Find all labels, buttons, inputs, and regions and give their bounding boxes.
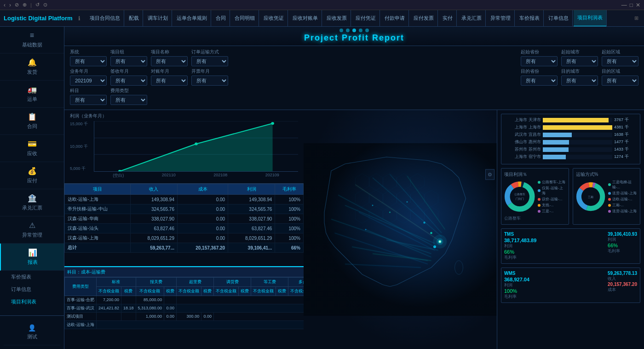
cell-profit-2: 324,565.76 xyxy=(228,204,275,214)
bar-label-6: 上海市 宿宁市 xyxy=(504,154,541,160)
filter-invoice-month-select[interactable]: 所有 xyxy=(191,76,228,86)
nav-item-contract[interactable]: 合同 xyxy=(212,10,230,27)
viz-area: 利润（业务年月） 15,000 千 10,000 千 5,000 千 xyxy=(64,110,644,349)
filter-system-select[interactable]: 所有 xyxy=(70,56,107,66)
nav-item-order-rules[interactable]: 运单合单规则 xyxy=(173,10,211,27)
filter-origin-city-select[interactable]: 所有 xyxy=(561,56,598,66)
cost-sub-tax1: 不含税金额 xyxy=(97,286,121,296)
svg-marker-3 xyxy=(120,123,272,171)
nav-item-dispatch[interactable]: 调车计划 xyxy=(144,10,172,27)
bar-fill-6 xyxy=(543,155,566,159)
minimize-btn[interactable]: — xyxy=(621,2,627,8)
bookmark-icon[interactable]: ⊘ xyxy=(15,2,19,8)
nav-item-ar-invoice[interactable]: 应收发票 xyxy=(323,10,351,27)
nav-item-contract-detail[interactable]: 合同明细 xyxy=(231,10,259,27)
cost-customs-pretax-1: 85,000.00 xyxy=(136,296,164,304)
bar-track-4 xyxy=(543,140,612,145)
legend-item-2: 仅装-运输-上海 xyxy=(538,186,565,196)
filter-project-name-select[interactable]: 所有 xyxy=(151,56,188,66)
nav-item-ap-voucher[interactable]: 应付凭证 xyxy=(352,10,380,27)
bar-track-3 xyxy=(543,133,612,137)
filter-origin-province-label: 起始省份 xyxy=(521,49,558,55)
legend-label-2: 仅装-运输-上海 xyxy=(542,186,565,196)
bar-row-6: 上海市 宿宁市 1274 千 xyxy=(504,154,637,160)
nav-item-pz[interactable]: 配载 xyxy=(125,10,143,27)
sidebar-label-receivable: 应收 xyxy=(27,150,37,157)
pin-icon[interactable]: ⊕ xyxy=(23,2,27,8)
sidebar-label-user: 测试 xyxy=(27,333,37,340)
nav-item-payment[interactable]: 付款申请 xyxy=(381,10,409,27)
window-titlebar: ‹ › ⊘ ⊕ | ↺ ⊙ — □ ✕ xyxy=(0,0,644,10)
sidebar-item-receivable[interactable]: 💳 应收 xyxy=(0,135,64,162)
filter-dest-city-select[interactable]: 所有 xyxy=(561,76,598,86)
profit-chart-svg xyxy=(94,121,298,171)
filter-order-type-select[interactable]: 所有 xyxy=(191,56,228,66)
filter-recon-month-select[interactable]: 所有 xyxy=(151,76,188,86)
nav-item-ap-invoice[interactable]: 应付发票 xyxy=(410,10,438,27)
cell-cost-4: 0.00 xyxy=(177,224,228,233)
sidebar-item-waybill[interactable]: 🚛 运单 xyxy=(0,81,64,108)
sidebar-item-payable[interactable]: 💰 应付 xyxy=(0,162,64,189)
sidebar-item-user[interactable]: 👤 测试 xyxy=(4,320,60,345)
nav-expand-icon[interactable]: ⊞ xyxy=(632,15,640,21)
legend-label-r4: 三厢-... xyxy=(612,203,624,208)
bar-value-4: 1477 千 xyxy=(614,139,637,145)
bar-track-6 xyxy=(543,155,612,159)
cell-revenue-2: 324,565.76 xyxy=(130,204,177,214)
filter-subject-select[interactable]: 所有 xyxy=(70,95,107,105)
cost-over-tax-3: 0.00 xyxy=(201,312,214,320)
nav-item-actual-payment[interactable]: 实付 xyxy=(439,10,457,27)
nav-item-acceptance[interactable]: 承兑汇票 xyxy=(458,10,486,27)
filter-project-group-select[interactable]: 所有 xyxy=(110,56,147,66)
nav-item-exception[interactable]: 异常管理 xyxy=(487,10,515,27)
filter-origin-province-select[interactable]: 所有 xyxy=(521,56,558,66)
nav-item-car-price[interactable]: 车价报表 xyxy=(516,10,544,27)
legend-item-r4: 三厢-... xyxy=(608,203,637,208)
transport-mode-title: 运输方式% xyxy=(576,171,638,178)
sidebar-sub-car-price[interactable]: 车价报表 xyxy=(7,271,64,283)
bar-label-1: 上海市 天津市 xyxy=(504,117,541,123)
sidebar-item-shipping[interactable]: 🔔 发货 xyxy=(0,53,64,81)
back-icon[interactable]: ‹ xyxy=(4,2,6,8)
nav-item-order-info[interactable]: 订单信息 xyxy=(545,10,573,27)
sidebar-sub-order-info[interactable]: 订单信息 xyxy=(7,283,64,296)
nav-item-project-contract[interactable]: 项目合同信息 xyxy=(86,10,124,27)
filter-origin-area-label: 起始区域 xyxy=(602,49,638,55)
refresh-icon[interactable]: ↺ xyxy=(35,2,40,8)
nav-item-profit-report[interactable]: 项目利润表 xyxy=(574,10,607,27)
sidebar-item-contract[interactable]: 📋 合同 xyxy=(0,108,64,135)
legend-label-3: 议价-运输-... xyxy=(542,197,562,202)
sidebar-item-exception[interactable]: ⚠ 异常管理 xyxy=(0,216,64,244)
tms-amount: 38,717,483.89 xyxy=(504,238,536,243)
sidebar-item-reports[interactable]: 📊 报表 xyxy=(0,244,64,271)
filter-cost-type-select[interactable]: 所有 xyxy=(110,95,147,105)
stop-icon[interactable]: ⊙ xyxy=(43,2,47,8)
cell-revenue-3: 338,027.90 xyxy=(130,214,177,224)
info-icon[interactable]: ℹ xyxy=(78,15,80,22)
filter-dest-area-select[interactable]: 所有 xyxy=(602,76,638,86)
table-total-row: 总计 59,263,77... 20,157,367.20 39,106,41.… xyxy=(65,243,304,253)
sidebar-item-basic-data[interactable]: ≡ 基础数据 xyxy=(0,27,64,53)
bar-row-4: 佛山市 惠州市 1477 千 xyxy=(504,139,637,145)
close-btn[interactable]: ✕ xyxy=(636,2,640,8)
forward-icon[interactable]: › xyxy=(9,2,11,8)
win-controls-left: ‹ › ⊘ ⊕ | ↺ ⊙ xyxy=(4,2,47,8)
filter-biz-month-select[interactable]: 202109 xyxy=(70,76,107,86)
filter-origin-area-select[interactable]: 所有 xyxy=(602,56,638,66)
cost-sub-tax3: 不含税金额 xyxy=(136,286,164,296)
sidebar-sub-profit[interactable]: 项目利润表 xyxy=(7,296,64,308)
nav-item-ar-statement[interactable]: 应收对账单 xyxy=(289,10,322,27)
cost-section-header: 科目：成本-运输费 xyxy=(64,267,304,277)
cost-col-type: 费用类型 xyxy=(65,277,97,296)
legend-label-r5: 送货-运输-上海 xyxy=(612,209,637,214)
filter-dest-province-select[interactable]: 所有 xyxy=(521,76,558,86)
tms-right-label: 利润 xyxy=(608,237,637,243)
wms-revenue: 59,263,778.13 xyxy=(608,271,637,276)
maximize-btn[interactable]: □ xyxy=(630,2,633,8)
sidebar-label-waybill: 运单 xyxy=(27,96,37,103)
nav-item-ar-voucher[interactable]: 应收凭证 xyxy=(260,10,288,27)
filter-invoice-month-label: 开票年月 xyxy=(191,68,228,75)
table-row: 达欧-运输-上海 149,308.94 0.00 149,308.94 100% xyxy=(65,195,304,204)
filter-sign-month-select[interactable]: 所有 xyxy=(110,76,147,86)
sidebar-item-acceptance[interactable]: 🏦 承兑汇票 xyxy=(0,189,64,216)
